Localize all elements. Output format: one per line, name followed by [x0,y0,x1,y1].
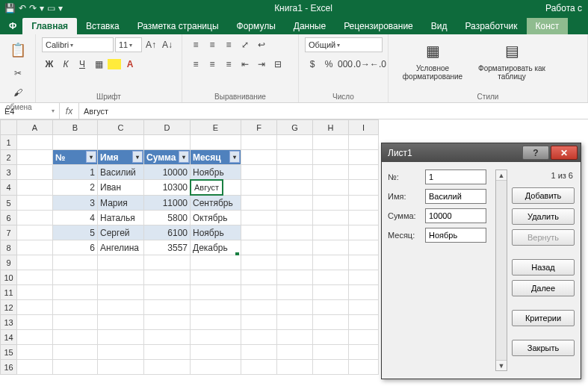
cell-A14[interactable] [17,330,53,345]
cell-A12[interactable] [17,300,53,315]
cell-F7[interactable] [241,225,277,240]
cell-I8[interactable] [349,240,379,255]
cell-H1[interactable] [313,135,349,150]
cell-I5[interactable] [349,196,379,211]
form-icon[interactable]: ▭ [47,3,55,13]
cell-E9[interactable] [191,255,241,270]
cell-D16[interactable] [144,360,191,375]
cell-A1[interactable] [17,135,53,150]
cell-F8[interactable] [241,240,277,255]
record-scrollbar[interactable]: ▲ ▼ [495,169,507,371]
cell-F16[interactable] [241,360,277,375]
cell-B13[interactable] [53,315,98,330]
save-icon[interactable]: 💾 [4,3,16,13]
cell-A3[interactable] [17,165,53,180]
cell-I14[interactable] [349,330,379,345]
cell-C12[interactable] [98,300,144,315]
dialog-close-button[interactable]: ✕ [551,146,578,160]
scroll-up-icon[interactable]: ▲ [496,170,507,181]
tab-file[interactable]: Ф [3,18,22,34]
cell-I2[interactable] [349,150,379,165]
cell-G5[interactable] [277,196,313,211]
cell-F14[interactable] [241,330,277,345]
cell-H10[interactable] [313,270,349,285]
increase-indent-icon[interactable]: ⇥ [254,57,269,72]
align-middle-icon[interactable]: ≡ [205,37,220,52]
cell-B8[interactable]: 6 [53,240,98,255]
cell-C7[interactable]: Сергей [98,225,144,240]
cell-H13[interactable] [313,315,349,330]
cell-G15[interactable] [277,345,313,360]
cell-E8[interactable]: Декабрь [191,240,241,255]
increase-decimal-icon[interactable]: .0→ [354,57,369,72]
col-header-B[interactable]: B [53,120,98,135]
cell-D11[interactable] [144,285,191,300]
row-header-3[interactable]: 3 [1,165,17,180]
cell-B5[interactable]: 3 [53,196,98,211]
cell-D6[interactable]: 5800 [144,211,191,225]
row-header-9[interactable]: 9 [1,255,17,270]
tab-page-layout[interactable]: Разметка страницы [129,18,228,34]
cell-E13[interactable] [191,315,241,330]
criteria-button[interactable]: Критерии [512,310,575,326]
cell-I1[interactable] [349,135,379,150]
name-box[interactable]: E4▾ [0,103,60,119]
align-right-icon[interactable]: ≡ [221,57,236,72]
cell-E11[interactable] [191,285,241,300]
row-header-5[interactable]: 5 [1,196,17,211]
cell-F10[interactable] [241,270,277,285]
cell-D5[interactable]: 11000 [144,196,191,211]
cell-G10[interactable] [277,270,313,285]
field-month-input[interactable] [425,228,486,243]
cell-E14[interactable] [191,330,241,345]
tab-table-design[interactable]: Конст [527,18,569,34]
cell-C4[interactable]: Иван [98,180,144,196]
cell-H9[interactable] [313,255,349,270]
underline-button[interactable]: Ч [75,57,90,72]
field-num-input[interactable] [425,169,486,184]
cell-C8[interactable]: Ангелина [98,240,144,255]
tab-developer[interactable]: Разработчик [457,18,527,34]
wrap-text-icon[interactable]: ↩ [254,37,269,52]
row-header-4[interactable]: 4 [1,180,17,196]
align-center-icon[interactable]: ≡ [205,57,220,72]
col-header-G[interactable]: G [277,120,313,135]
row-header-8[interactable]: 8 [1,240,17,255]
cell-A16[interactable] [17,360,53,375]
cell-A13[interactable] [17,315,53,330]
cell-B16[interactable] [53,360,98,375]
cell-E3[interactable]: Ноябрь [191,165,241,180]
cell-H2[interactable] [313,150,349,165]
italic-button[interactable]: К [58,57,73,72]
cell-I7[interactable] [349,225,379,240]
cell-D2[interactable]: Сумма▾ [144,150,191,165]
cell-B14[interactable] [53,330,98,345]
decrease-font-icon[interactable]: A↓ [160,37,175,52]
cell-B1[interactable] [53,135,98,150]
cell-A9[interactable] [17,255,53,270]
cell-F6[interactable] [241,211,277,225]
cell-E15[interactable] [191,345,241,360]
cell-D7[interactable]: 6100 [144,225,191,240]
cell-H3[interactable] [313,165,349,180]
cell-A7[interactable] [17,225,53,240]
add-button[interactable]: Добавить [512,187,575,204]
row-header-7[interactable]: 7 [1,225,17,240]
row-header-14[interactable]: 14 [1,330,17,345]
filter-icon[interactable]: ▾ [179,151,189,163]
cell-D4[interactable]: 10300 [144,180,191,196]
cell-B6[interactable]: 4 [53,211,98,225]
cell-E6[interactable]: Октябрь [191,211,241,225]
cell-G12[interactable] [277,300,313,315]
cell-C14[interactable] [98,330,144,345]
cell-E4[interactable]: Август [191,180,223,195]
borders-button[interactable]: ▦ [91,57,106,72]
merge-center-icon[interactable]: ⊟ [270,57,285,72]
qat-more-icon[interactable]: ▾ [40,3,44,13]
scroll-down-icon[interactable]: ▼ [496,360,507,370]
cell-C9[interactable] [98,255,144,270]
cell-I10[interactable] [349,270,379,285]
conditional-formatting-button[interactable]: ▦ Условное форматирование [394,37,471,82]
filter-icon[interactable]: ▾ [86,151,96,163]
row-header-11[interactable]: 11 [1,285,17,300]
